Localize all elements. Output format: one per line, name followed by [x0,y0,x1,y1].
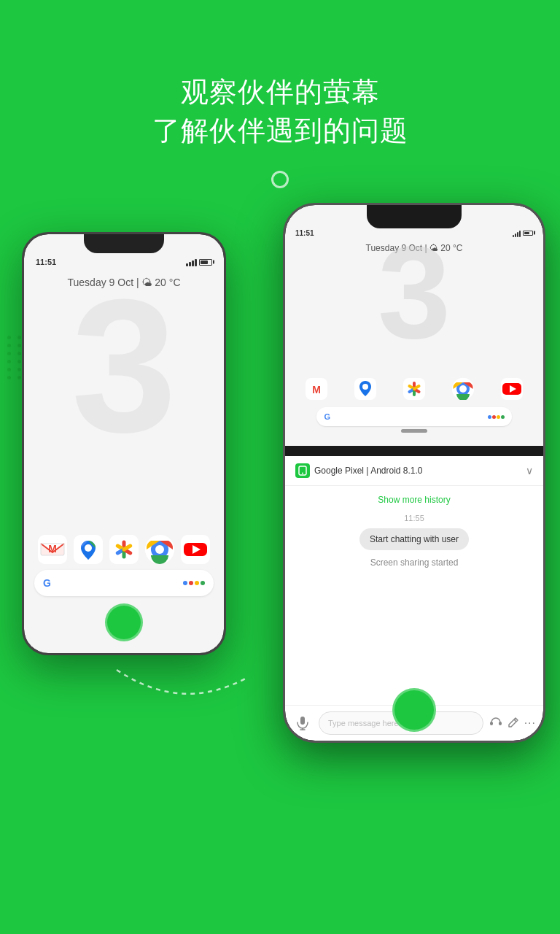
inner-chrome-icon [452,378,474,400]
left-app-row2: G [34,570,214,596]
svg-rect-21 [300,717,305,725]
left-app-dock: M [24,535,224,602]
phone-left: 11:51 Tuesday 9 Oct | 🌤 [22,232,226,655]
inner-phone-screen: 11:51 T [285,205,543,446]
show-history-link[interactable]: Show more history [372,489,456,511]
page-container: 观察伙伴的萤幕 了解伙伴遇到的问题 11:51 [0,0,560,934]
inner-app-row: M [285,378,543,433]
svg-point-8 [155,545,164,554]
left-watermark: 3 [71,271,177,460]
svg-rect-25 [499,722,502,725]
annotate-button[interactable] [507,716,520,731]
device-label: Google Pixel | Android 8.1.0 [314,466,423,476]
inner-gmail-icon: M [306,378,327,400]
phones-container: 11:51 Tuesday 9 Oct | 🌤 [0,203,560,750]
svg-point-20 [302,473,303,474]
svg-point-16 [459,385,467,393]
chat-timestamp: 11:55 [401,511,427,525]
gmail-icon[interactable]: M [38,535,67,564]
volume-down-button [22,347,23,384]
inner-google-bar: G [292,404,536,426]
left-phone-screen: 11:51 Tuesday 9 Oct | 🌤 [24,234,224,653]
signal-icon [186,258,197,266]
left-status-icons [186,258,212,266]
chrome-icon[interactable] [145,535,174,564]
youtube-icon[interactable] [181,535,210,564]
svg-text:M: M [313,384,322,395]
chat-header: Google Pixel | Android 8.1.0 ∨ [285,456,543,486]
inner-status-icons [513,228,533,237]
battery-icon [199,259,212,266]
inner-signal-icon [513,228,521,237]
right-notch [367,205,462,228]
svg-text:M: M [48,543,57,555]
header-line2: 了解伙伴遇到的问题 [152,112,408,150]
mic-button[interactable] [292,713,313,733]
photos-icon[interactable] [109,535,139,564]
left-time: 11:51 [36,258,56,266]
chat-header-left: Google Pixel | Android 8.1.0 [295,463,423,478]
phone-right: 11:51 T [283,203,545,743]
right-home-button[interactable] [392,688,436,732]
inner-battery-icon [523,231,533,236]
right-vol-down-button [283,340,284,377]
google-search-bar[interactable]: G [34,570,214,596]
header-text: 观察伙伴的萤幕 了解伙伴遇到的问题 [152,73,408,150]
circle-indicator [271,171,289,188]
chevron-down-icon[interactable]: ∨ [526,465,533,476]
chat-bubble-start: Start chatting with user [359,528,469,550]
left-app-row1: M [34,535,214,564]
screen-sharing-text: Screen sharing started [366,553,463,572]
right-phone-screen: 11:51 T [285,205,543,741]
maps-icon[interactable] [74,535,103,564]
svg-line-26 [514,719,516,722]
inner-app-icons-row1: M [292,378,536,400]
device-icon [295,463,310,478]
inner-watermark: 3 [378,227,451,358]
inner-youtube-icon [501,378,523,400]
svg-point-4 [85,544,92,552]
power-button [225,329,226,366]
more-options-button[interactable]: ··· [524,717,536,730]
inner-maps-icon [354,378,376,400]
inner-home-button [401,429,427,433]
chat-action-buttons: ··· [489,716,536,731]
left-home-button[interactable] [105,603,143,641]
svg-rect-24 [490,722,493,725]
header-line1: 观察伙伴的萤幕 [152,73,408,112]
inner-photos-icon [403,378,425,400]
headset-button[interactable] [489,716,502,731]
inner-time: 11:51 [295,229,314,237]
right-power-button [544,322,545,358]
dotted-curve [109,655,255,728]
left-notch [84,234,164,253]
chat-messages: Show more history 11:55 Start chatting w… [285,486,543,705]
volume-up-button [22,314,23,336]
message-input-placeholder: Type message here [328,719,399,727]
right-vol-up-button [283,307,284,329]
svg-point-13 [362,384,368,390]
